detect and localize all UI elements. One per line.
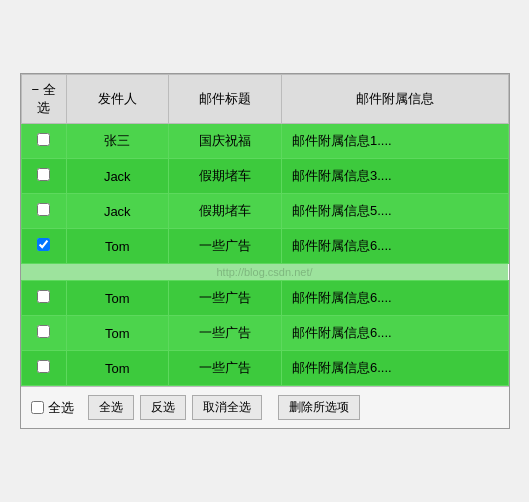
email-list-container: − 全选 发件人 邮件标题 邮件附属信息 张三国庆祝福邮件附属信息1....Ja…: [20, 73, 510, 429]
table-row: Tom一些广告邮件附属信息6....: [21, 229, 508, 264]
email-tbody: 张三国庆祝福邮件附属信息1....Jack假期堵车邮件附属信息3....Jack…: [21, 124, 508, 386]
header-select-all-label: 全选: [37, 82, 56, 115]
row-check-cell: [21, 194, 66, 229]
btn-delete-selected[interactable]: 删除所选项: [278, 395, 360, 420]
row-check-cell: [21, 124, 66, 159]
row-check-cell: [21, 159, 66, 194]
table-header-row: − 全选 发件人 邮件标题 邮件附属信息: [21, 75, 508, 124]
row-subject: 一些广告: [168, 316, 281, 351]
btn-cancel-all[interactable]: 取消全选: [192, 395, 262, 420]
table-row: Tom一些广告邮件附属信息6....: [21, 281, 508, 316]
footer-checkbox-label: 全选: [48, 399, 74, 417]
row-subject: 一些广告: [168, 351, 281, 386]
row-attach: 邮件附属信息5....: [281, 194, 508, 229]
table-row: Jack假期堵车邮件附属信息3....: [21, 159, 508, 194]
row-sender: Tom: [66, 351, 168, 386]
row-sender: Tom: [66, 229, 168, 264]
row-sender: Jack: [66, 194, 168, 229]
row-check-cell: [21, 229, 66, 264]
row-checkbox[interactable]: [37, 133, 50, 146]
btn-select-all[interactable]: 全选: [88, 395, 134, 420]
row-attach: 邮件附属信息6....: [281, 316, 508, 351]
row-attach: 邮件附属信息6....: [281, 229, 508, 264]
row-checkbox[interactable]: [37, 290, 50, 303]
row-check-cell: [21, 281, 66, 316]
row-sender: Tom: [66, 316, 168, 351]
row-sender: Tom: [66, 281, 168, 316]
table-row: 张三国庆祝福邮件附属信息1....: [21, 124, 508, 159]
footer-bar: 全选 全选 反选 取消全选 删除所选项: [21, 386, 509, 428]
table-row: Tom一些广告邮件附属信息6....: [21, 351, 508, 386]
row-check-cell: [21, 351, 66, 386]
row-attach: 邮件附属信息6....: [281, 281, 508, 316]
table-row: Jack假期堵车邮件附属信息5....: [21, 194, 508, 229]
row-subject: 假期堵车: [168, 194, 281, 229]
row-sender: Jack: [66, 159, 168, 194]
row-attach: 邮件附属信息6....: [281, 351, 508, 386]
row-subject: 一些广告: [168, 229, 281, 264]
header-attach: 邮件附属信息: [281, 75, 508, 124]
row-check-cell: [21, 316, 66, 351]
watermark-row: http://blog.csdn.net/: [21, 264, 508, 281]
minus-icon: −: [32, 82, 40, 97]
row-attach: 邮件附属信息3....: [281, 159, 508, 194]
footer-checkbox[interactable]: [31, 401, 44, 414]
row-sender: 张三: [66, 124, 168, 159]
header-check-col: − 全选: [21, 75, 66, 124]
row-attach: 邮件附属信息1....: [281, 124, 508, 159]
footer-select-all-group: 全选: [31, 399, 74, 417]
row-checkbox[interactable]: [37, 203, 50, 216]
row-checkbox[interactable]: [37, 168, 50, 181]
row-checkbox[interactable]: [37, 325, 50, 338]
table-row: Tom一些广告邮件附属信息6....: [21, 316, 508, 351]
header-sender: 发件人: [66, 75, 168, 124]
row-subject: 假期堵车: [168, 159, 281, 194]
row-subject: 国庆祝福: [168, 124, 281, 159]
btn-invert[interactable]: 反选: [140, 395, 186, 420]
header-subject: 邮件标题: [168, 75, 281, 124]
email-table: − 全选 发件人 邮件标题 邮件附属信息 张三国庆祝福邮件附属信息1....Ja…: [21, 74, 509, 386]
row-checkbox[interactable]: [37, 238, 50, 251]
row-checkbox[interactable]: [37, 360, 50, 373]
row-subject: 一些广告: [168, 281, 281, 316]
